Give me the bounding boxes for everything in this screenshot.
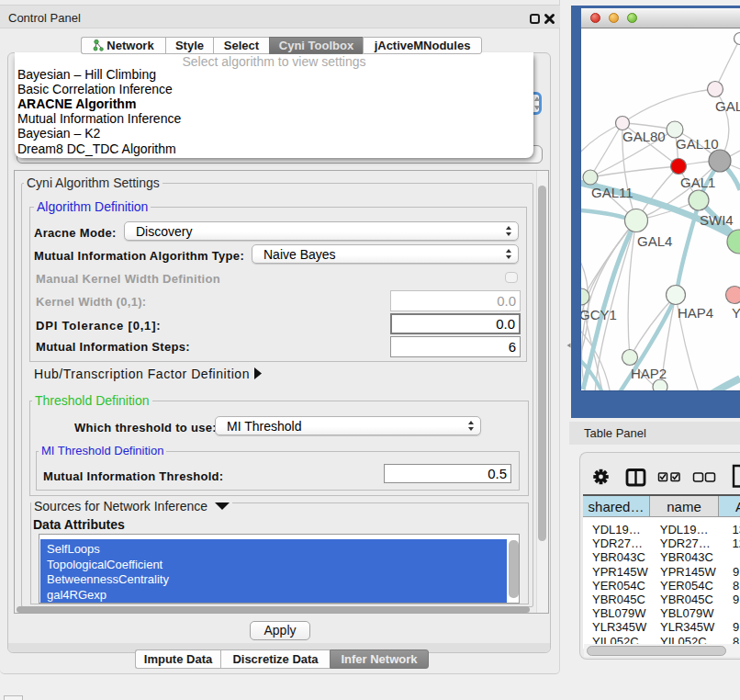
svg-text:GAL80: GAL80 <box>622 129 666 144</box>
svg-text:GAL4: GAL4 <box>637 233 672 249</box>
svg-text:GAL1: GAL1 <box>680 175 715 190</box>
svg-text:GAL11: GAL11 <box>591 185 633 200</box>
svg-text:HAP2: HAP2 <box>631 366 667 381</box>
svg-text:SWI4: SWI4 <box>700 212 734 228</box>
svg-text:YJ: YJ <box>732 305 740 321</box>
svg-text:GCY1: GCY1 <box>581 307 617 322</box>
svg-text:GAL7: GAL7 <box>715 98 740 114</box>
svg-text:HAP4: HAP4 <box>678 305 713 321</box>
svg-text:GAL10: GAL10 <box>676 136 719 152</box>
